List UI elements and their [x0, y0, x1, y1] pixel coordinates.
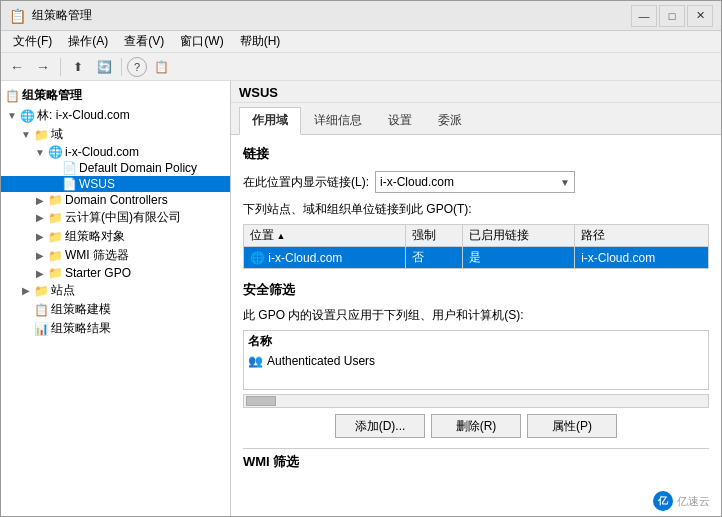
expand-sites: ▶ — [19, 285, 33, 296]
minimize-button[interactable]: — — [631, 5, 657, 27]
menu-file[interactable]: 文件(F) — [5, 31, 60, 52]
toolbar-separator-2 — [121, 58, 122, 76]
tree-item-wmi-filters[interactable]: ▶ 📁 WMI 筛选器 — [1, 246, 230, 265]
tree-item-domains[interactable]: ▼ 📁 域 — [1, 125, 230, 144]
tree-item-domain-controllers[interactable]: ▶ 📁 Domain Controllers — [1, 192, 230, 208]
security-desc: 此 GPO 内的设置只应用于下列组、用户和计算机(S): — [243, 307, 709, 324]
folder-icon-sites: 📁 — [33, 284, 49, 298]
remove-button[interactable]: 删除(R) — [431, 414, 521, 438]
refresh-button[interactable]: 🔄 — [92, 56, 116, 78]
policy-button[interactable]: 📋 — [149, 56, 173, 78]
horizontal-scrollbar[interactable] — [243, 394, 709, 408]
select-arrow-icon: ▼ — [560, 177, 570, 188]
folder-icon-domain-root: 🌐 — [47, 145, 63, 159]
col-path[interactable]: 路径 — [575, 225, 709, 247]
expand-domains: ▼ — [19, 129, 33, 140]
list-item[interactable]: 名称 — [244, 331, 708, 352]
wmi-section: WMI 筛选 — [243, 448, 709, 471]
forward-button[interactable]: → — [31, 56, 55, 78]
gpo-title-bar: WSUS — [231, 81, 721, 103]
up-button[interactable]: ⬆ — [66, 56, 90, 78]
watermark-text: 亿速云 — [677, 494, 710, 509]
col-location[interactable]: 位置 — [244, 225, 406, 247]
tree-item-gpo[interactable]: ▶ 📁 组策略对象 — [1, 227, 230, 246]
tree-item-forest[interactable]: ▼ 🌐 林: i-x-Cloud.com — [1, 106, 230, 125]
table-header-row: 位置 强制 已启用链接 路径 — [244, 225, 709, 247]
toolbar-separator — [60, 58, 61, 76]
tree-label-wsus: WSUS — [79, 177, 115, 191]
show-links-row: 在此位置内显示链接(L): i-x-Cloud.com ▼ — [243, 171, 709, 193]
folder-icon-wmi-filters: 📁 — [47, 249, 63, 263]
watermark: 亿 亿速云 — [653, 491, 710, 511]
menu-action[interactable]: 操作(A) — [60, 31, 116, 52]
col-enforce[interactable]: 强制 — [406, 225, 463, 247]
add-button[interactable]: 添加(D)... — [335, 414, 425, 438]
window-icon: 📋 — [9, 8, 26, 24]
tree-item-domain-root[interactable]: ▼ 🌐 i-x-Cloud.com — [1, 144, 230, 160]
tree-root-icon: 📋 — [5, 89, 20, 103]
list-item-auth-users[interactable]: 👥 Authenticated Users — [244, 352, 708, 370]
tab-scope[interactable]: 作用域 — [239, 107, 301, 135]
content-area: 链接 在此位置内显示链接(L): i-x-Cloud.com ▼ 下列站点、域和… — [231, 135, 721, 516]
scrollbar-thumb[interactable] — [246, 396, 276, 406]
folder-icon-domain-controllers: 📁 — [47, 193, 63, 207]
expand-forest: ▼ — [5, 110, 19, 121]
tree-label-domains: 域 — [51, 126, 63, 143]
folder-icon-cloud-china: 📁 — [47, 211, 63, 225]
watermark-icon: 亿 — [653, 491, 673, 511]
tabs-bar: 作用域 详细信息 设置 委派 — [231, 103, 721, 135]
tab-delegate[interactable]: 委派 — [425, 107, 475, 134]
tree-label-domain-root: i-x-Cloud.com — [65, 145, 139, 159]
toolbar: ← → ⬆ 🔄 ? 📋 — [1, 53, 721, 81]
menu-view[interactable]: 查看(V) — [116, 31, 172, 52]
close-button[interactable]: ✕ — [687, 5, 713, 27]
cell-enabled: 是 — [462, 247, 574, 269]
col-enabled[interactable]: 已启用链接 — [462, 225, 574, 247]
tree-label-wmi-filters: WMI 筛选器 — [65, 247, 129, 264]
window-title: 组策略管理 — [32, 7, 92, 24]
tree-item-policy-results[interactable]: 📊 组策略结果 — [1, 319, 230, 338]
tree-label-policy-results: 组策略结果 — [51, 320, 111, 337]
show-links-label: 在此位置内显示链接(L): — [243, 174, 369, 191]
tree-item-sites[interactable]: ▶ 📁 站点 — [1, 281, 230, 300]
table-row[interactable]: 🌐 i-x-Cloud.com 否 是 i-x-Cloud.com — [244, 247, 709, 269]
tab-settings[interactable]: 设置 — [375, 107, 425, 134]
expand-domain-controllers: ▶ — [33, 195, 47, 206]
tree-item-default-policy[interactable]: 📄 Default Domain Policy — [1, 160, 230, 176]
menu-window[interactable]: 窗口(W) — [172, 31, 231, 52]
row-icon: 🌐 — [250, 251, 265, 265]
buttons-row: 添加(D)... 删除(R) 属性(P) — [243, 414, 709, 438]
tree-item-starter-gpo[interactable]: ▶ 📁 Starter GPO — [1, 265, 230, 281]
expand-gpo: ▶ — [33, 231, 47, 242]
help-button[interactable]: ? — [127, 57, 147, 77]
security-section-title: 安全筛选 — [243, 281, 709, 299]
link-section: 链接 在此位置内显示链接(L): i-x-Cloud.com ▼ 下列站点、域和… — [243, 145, 709, 269]
link-section-title: 链接 — [243, 145, 709, 163]
maximize-button[interactable]: □ — [659, 5, 685, 27]
tab-details[interactable]: 详细信息 — [301, 107, 375, 134]
folder-icon-default-policy: 📄 — [61, 161, 77, 175]
tree-item-policy-models[interactable]: 📋 组策略建模 — [1, 300, 230, 319]
cell-path: i-x-Cloud.com — [575, 247, 709, 269]
folder-icon-gpo: 📁 — [47, 230, 63, 244]
tree-label-policy-models: 组策略建模 — [51, 301, 111, 318]
menu-help[interactable]: 帮助(H) — [232, 31, 289, 52]
expand-starter-gpo: ▶ — [33, 268, 47, 279]
folder-icon-policy-models: 📋 — [33, 303, 49, 317]
wmi-title: WMI 筛选 — [243, 453, 709, 471]
col-header-name: 名称 — [248, 333, 272, 350]
tree-item-cloud-china[interactable]: ▶ 📁 云计算(中国)有限公司 — [1, 208, 230, 227]
security-list: 名称 👥 Authenticated Users — [243, 330, 709, 390]
tree-label-sites: 站点 — [51, 282, 75, 299]
properties-button[interactable]: 属性(P) — [527, 414, 617, 438]
tree-label-gpo: 组策略对象 — [65, 228, 125, 245]
folder-icon-domains: 📁 — [33, 128, 49, 142]
back-button[interactable]: ← — [5, 56, 29, 78]
tree-root: 📋 组策略管理 — [1, 85, 230, 106]
tree-label-starter-gpo: Starter GPO — [65, 266, 131, 280]
folder-icon-starter-gpo: 📁 — [47, 266, 63, 280]
show-links-select[interactable]: i-x-Cloud.com ▼ — [375, 171, 575, 193]
tree-item-wsus[interactable]: 📄 WSUS — [1, 176, 230, 192]
tree-label-forest: 林: i-x-Cloud.com — [37, 107, 130, 124]
title-bar: 📋 组策略管理 — □ ✕ — [1, 1, 721, 31]
